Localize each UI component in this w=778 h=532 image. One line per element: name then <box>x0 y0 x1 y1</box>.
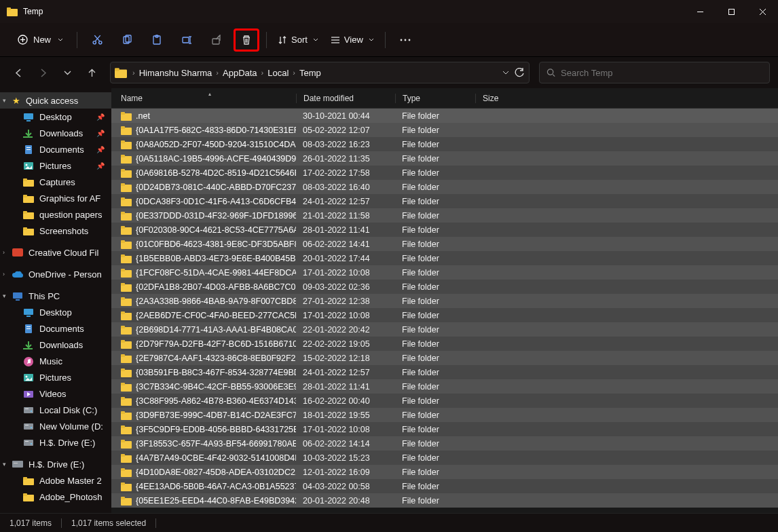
table-row[interactable]: {3F18553C-657F-4A93-BF54-66991780AE6...0… <box>111 436 778 451</box>
sidebar-this-pc[interactable]: ▾ This PC <box>0 288 111 304</box>
sidebar-item[interactable]: Screenshots <box>0 223 111 239</box>
sidebar-item[interactable]: Adobe_Photosh <box>0 489 111 505</box>
svg-rect-81 <box>121 126 125 129</box>
sidebar-creative-cloud[interactable]: › Creative Cloud Fil <box>0 244 111 261</box>
table-row[interactable]: {0A1A17F5-682C-4833-86D0-71430E31EF...05… <box>111 123 778 137</box>
sidebar-quick-access[interactable]: ▾★Quick access <box>0 92 111 109</box>
table-row[interactable]: {4EE13AD6-5B0B-46A7-ACA3-0B1A55237...04-… <box>111 479 778 493</box>
back-button[interactable] <box>8 62 29 83</box>
table-row[interactable]: {3C88F995-A862-4B78-B360-4E6374D143...16… <box>111 394 778 408</box>
new-button[interactable]: New <box>11 28 70 52</box>
sidebar-item[interactable]: Videos <box>0 385 111 402</box>
column-type[interactable]: Type <box>395 94 475 103</box>
table-row[interactable]: {01C0FBD6-4623-4381-9E8C-DF3D5ABF8...06-… <box>111 237 778 251</box>
sidebar-item[interactable]: Music <box>0 353 111 369</box>
table-row[interactable]: {3F5C9DF9-ED0B-4056-BBBD-64331725E5...17… <box>111 422 778 436</box>
table-row[interactable]: {0DCA38F3-0D1C-41F6-A413-C6D6CFB4...24-0… <box>111 194 778 208</box>
svg-rect-93 <box>121 212 125 214</box>
table-row[interactable]: {02DFA1B8-2B07-4D03-AFBB-8A6BC7C0...09-0… <box>111 280 778 294</box>
sidebar-item[interactable]: Pictures📌 <box>0 157 111 174</box>
column-size[interactable]: Size <box>475 94 527 103</box>
folder-icon <box>121 496 132 506</box>
table-row[interactable]: {0A5118AC-19B5-4996-ACFE-4940439D9...26-… <box>111 151 778 166</box>
breadcrumb-item[interactable]: AppData <box>220 68 260 78</box>
share-button[interactable] <box>204 28 229 52</box>
sidebar-item[interactable]: Local Disk (C:) <box>0 402 111 418</box>
table-row[interactable]: {2A3A338B-9866-4BAB-9A79-8F007CBD8...27-… <box>111 294 778 308</box>
table-row[interactable]: {1FCF08FC-51DA-4CAE-9981-44EF8DCA5...17-… <box>111 265 778 280</box>
table-row[interactable]: {0A69816B-5278-4D2C-8519-4D21C5646B...17… <box>111 166 778 180</box>
table-row[interactable]: {2D79F79A-D2FB-42F7-BC6D-1516B6710...22-… <box>111 337 778 351</box>
table-row[interactable]: {0D24DB73-081C-440C-ABBD-D70FC2371...08-… <box>111 180 778 194</box>
table-row[interactable]: .net30-10-2021 00:44File folder <box>111 109 778 123</box>
table-row[interactable]: {2AEB6D7E-CF0C-4FA0-BEED-277CAC5E3...17-… <box>111 308 778 322</box>
search-box[interactable] <box>539 62 770 83</box>
sidebar-onedrive[interactable]: › OneDrive - Person <box>0 266 111 282</box>
sidebar-item[interactable]: New Volume (D: <box>0 418 111 434</box>
sidebar-item[interactable]: Pictures <box>0 369 111 385</box>
chevron-down-icon[interactable] <box>502 71 509 75</box>
column-date[interactable]: Date modified <box>296 94 395 103</box>
svg-point-27 <box>400 39 402 41</box>
copy-button[interactable] <box>114 28 140 52</box>
sidebar-item[interactable]: H.$. Drive (E:) <box>0 434 111 451</box>
sidebar-item[interactable]: Documents📌 <box>0 141 111 157</box>
search-input[interactable] <box>561 68 762 78</box>
svg-rect-91 <box>121 197 125 200</box>
breadcrumb-item[interactable]: Himanshu Sharma <box>136 68 215 78</box>
desktop-icon <box>23 307 34 318</box>
sidebar-item[interactable]: Documents <box>0 320 111 337</box>
table-row[interactable]: {05EE1E25-EED4-44C0-8FAB-E49BD39420...20… <box>111 493 778 508</box>
sidebar-item[interactable]: Downloads📌 <box>0 125 111 141</box>
breadcrumb-item[interactable]: Local <box>265 68 291 78</box>
svg-rect-97 <box>121 240 125 243</box>
folder-icon <box>121 154 132 164</box>
table-row[interactable]: {0A8A052D-2F07-450D-9204-31510C4DA...08-… <box>111 137 778 151</box>
table-row[interactable]: {0F020308-90C4-4621-8C53-4CE7775A6A...28… <box>111 223 778 237</box>
rename-button[interactable] <box>174 28 200 52</box>
table-row[interactable]: {2B698D14-7771-41A3-AAA1-BF4B08CA0...22-… <box>111 322 778 337</box>
table-row[interactable]: {2E7987C4-AAF1-4323-86C8-8EB0F92F23...15… <box>111 351 778 365</box>
download-icon <box>23 128 34 138</box>
sidebar-item[interactable]: Graphics for AF <box>0 190 111 206</box>
refresh-icon[interactable] <box>515 68 525 78</box>
recent-button[interactable] <box>57 62 77 83</box>
cut-button[interactable] <box>84 28 110 52</box>
address-bar[interactable]: › Himanshu Sharma› AppData› Local› Temp <box>110 62 530 83</box>
table-row[interactable]: {3D9FB73E-999C-4DB7-B14C-D2AE3FC7A...18-… <box>111 408 778 422</box>
more-button[interactable] <box>392 28 418 52</box>
column-name[interactable]: Name▴ <box>121 94 296 103</box>
sidebar-item[interactable]: Adobe Master 2 <box>0 472 111 489</box>
table-row[interactable]: {0E337DDD-031D-4F32-969F-1DFD18996...21-… <box>111 208 778 223</box>
forward-button[interactable] <box>33 62 53 83</box>
sidebar-item[interactable]: Downloads <box>0 337 111 353</box>
sort-button[interactable]: Sort <box>274 28 322 52</box>
table-row[interactable]: {1B5EBB0B-ABD3-4E73-9E6E-B400B45B1...20-… <box>111 251 778 265</box>
view-button[interactable]: View <box>327 28 378 52</box>
table-row[interactable]: {03B591FB-B8C3-467F-8534-328774E9BD...24… <box>111 365 778 379</box>
table-row[interactable]: {4D10DA8E-0827-45D8-ADEA-03102DC2...12-0… <box>111 465 778 479</box>
svg-rect-43 <box>23 178 27 181</box>
svg-rect-51 <box>13 292 22 299</box>
folder-icon <box>23 209 34 220</box>
delete-button[interactable] <box>234 28 259 52</box>
folder-icon <box>121 425 132 434</box>
close-button[interactable] <box>747 0 778 23</box>
sidebar: ▾★Quick access Desktop📌Downloads📌Documen… <box>0 88 111 513</box>
sidebar-item[interactable]: Desktop📌 <box>0 109 111 125</box>
svg-rect-72 <box>12 461 23 468</box>
breadcrumb-item[interactable]: Temp <box>297 68 324 78</box>
paste-button[interactable] <box>144 28 170 52</box>
svg-rect-70 <box>25 441 29 442</box>
table-row[interactable]: {4A7B7A49-0CBE-4F42-9032-5141008D4D...10… <box>111 451 778 465</box>
minimize-button[interactable] <box>684 0 716 23</box>
sidebar-hs-drive[interactable]: ▾ H.$. Drive (E:) <box>0 456 111 472</box>
sidebar-item[interactable]: question papers <box>0 206 111 223</box>
svg-rect-89 <box>121 183 125 186</box>
sidebar-item[interactable]: Captures <box>0 174 111 190</box>
table-row[interactable]: {3C7B334C-9B4C-42CF-BB55-93006E3E9...28-… <box>111 379 778 394</box>
file-list[interactable]: .net30-10-2021 00:44File folder{0A1A17F5… <box>111 109 778 513</box>
maximize-button[interactable] <box>716 0 747 23</box>
sidebar-item[interactable]: Desktop <box>0 304 111 320</box>
up-button[interactable] <box>81 62 102 83</box>
